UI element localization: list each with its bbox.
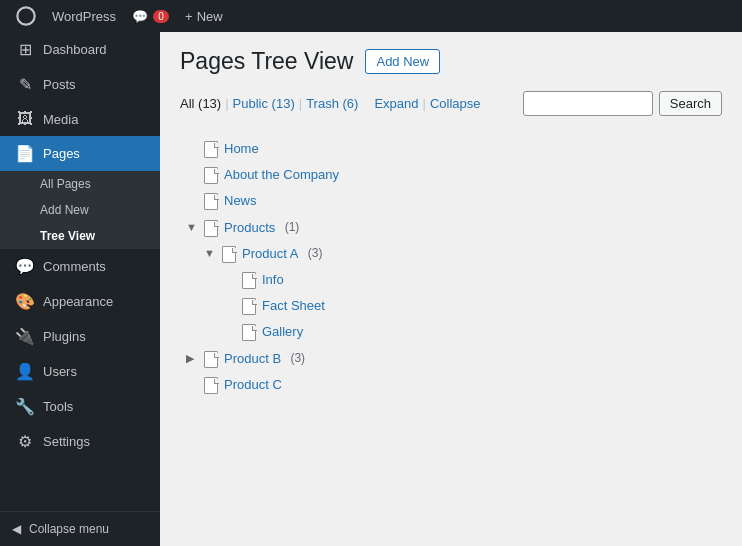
expand-link[interactable]: Expand <box>374 96 418 111</box>
tree-item-info: Info <box>180 267 722 293</box>
admin-bar: WordPress 💬 0 + New <box>0 0 742 32</box>
sidebar-item-label: Appearance <box>43 294 113 309</box>
tree-view: Home About the Company News ▼ Products (… <box>180 132 722 402</box>
page-link-home[interactable]: Home <box>224 140 259 158</box>
plugins-icon: 🔌 <box>15 327 35 346</box>
comment-icon: 💬 <box>132 9 148 24</box>
page-link-product-c[interactable]: Product C <box>224 376 282 394</box>
page-icon <box>204 220 218 236</box>
page-link-about[interactable]: About the Company <box>224 166 339 184</box>
sidebar-item-label: Tools <box>43 399 73 414</box>
expand-icon-products[interactable]: ▼ <box>186 220 198 235</box>
page-title: Pages Tree View <box>180 48 353 75</box>
sidebar-item-label: Users <box>43 364 77 379</box>
sidebar-item-label: Plugins <box>43 329 86 344</box>
collapse-link[interactable]: Collapse <box>430 96 481 111</box>
collapse-icon: ◀ <box>12 522 21 536</box>
filter-trash[interactable]: Trash (6) <box>306 96 358 111</box>
page-icon <box>222 246 236 262</box>
add-new-button[interactable]: Add New <box>365 49 440 74</box>
sidebar-sub-add-new[interactable]: Add New <box>0 197 160 223</box>
sidebar-item-settings[interactable]: ⚙ Settings <box>0 424 160 459</box>
page-icon <box>204 167 218 183</box>
site-name[interactable]: WordPress <box>44 0 124 32</box>
filter-all[interactable]: All (13) <box>180 96 221 111</box>
sidebar-item-label: Settings <box>43 434 90 449</box>
tree-item-gallery: Gallery <box>180 319 722 345</box>
page-link-product-a[interactable]: Product A <box>242 245 298 263</box>
page-icon <box>204 193 218 209</box>
settings-icon: ⚙ <box>15 432 35 451</box>
page-icon <box>242 298 256 314</box>
sidebar: ⊞ Dashboard ✎ Posts 🖼 Media 📄 Pages All … <box>0 32 160 546</box>
sidebar-sub-tree-view[interactable]: Tree View <box>0 223 160 249</box>
sidebar-item-label: Comments <box>43 259 106 274</box>
search-area: Search <box>523 91 722 116</box>
expand-icon-product-b[interactable]: ▶ <box>186 351 198 366</box>
sidebar-item-media[interactable]: 🖼 Media <box>0 102 160 136</box>
tree-item-about: About the Company <box>180 162 722 188</box>
page-link-products[interactable]: Products <box>224 219 275 237</box>
page-icon <box>204 141 218 157</box>
comments-count: 0 <box>153 10 169 23</box>
plus-icon: + <box>185 9 193 24</box>
tree-item-products: ▼ Products (1) <box>180 215 722 241</box>
tree-item-news: News <box>180 188 722 214</box>
collapse-menu[interactable]: ◀ Collapse menu <box>0 511 160 546</box>
page-link-fact-sheet[interactable]: Fact Sheet <box>262 297 325 315</box>
search-button[interactable]: Search <box>659 91 722 116</box>
main-content: Pages Tree View Add New All (13) | Publi… <box>160 32 742 546</box>
comments-link[interactable]: 💬 0 <box>124 0 177 32</box>
appearance-icon: 🎨 <box>15 292 35 311</box>
tree-item-product-c: Product C <box>180 372 722 398</box>
sidebar-sub-all-pages[interactable]: All Pages <box>0 171 160 197</box>
tools-icon: 🔧 <box>15 397 35 416</box>
new-link[interactable]: + New <box>177 9 231 24</box>
comments-icon: 💬 <box>15 257 35 276</box>
wp-logo[interactable] <box>8 6 44 26</box>
sidebar-item-tools[interactable]: 🔧 Tools <box>0 389 160 424</box>
page-link-news[interactable]: News <box>224 192 257 210</box>
page-icon <box>204 377 218 393</box>
sidebar-item-dashboard[interactable]: ⊞ Dashboard <box>0 32 160 67</box>
sidebar-item-comments[interactable]: 💬 Comments <box>0 249 160 284</box>
product-b-count: (3) <box>287 350 305 367</box>
sidebar-item-plugins[interactable]: 🔌 Plugins <box>0 319 160 354</box>
search-input[interactable] <box>523 91 653 116</box>
sidebar-item-label: Dashboard <box>43 42 107 57</box>
page-icon <box>242 272 256 288</box>
media-icon: 🖼 <box>15 110 35 128</box>
sidebar-item-label: Posts <box>43 77 76 92</box>
expand-icon-product-a[interactable]: ▼ <box>204 246 216 261</box>
dashboard-icon: ⊞ <box>15 40 35 59</box>
filter-bar: All (13) | Public (13) | Trash (6) Expan… <box>180 91 722 116</box>
sidebar-item-users[interactable]: 👤 Users <box>0 354 160 389</box>
sidebar-item-label: Pages <box>43 146 80 161</box>
users-icon: 👤 <box>15 362 35 381</box>
tree-item-product-b: ▶ Product B (3) <box>180 346 722 372</box>
posts-icon: ✎ <box>15 75 35 94</box>
tree-item-fact-sheet: Fact Sheet <box>180 293 722 319</box>
products-count: (1) <box>281 219 299 236</box>
pages-submenu: All Pages Add New Tree View <box>0 171 160 249</box>
page-link-gallery[interactable]: Gallery <box>262 323 303 341</box>
filter-public[interactable]: Public (13) <box>233 96 295 111</box>
page-icon <box>204 351 218 367</box>
sidebar-item-label: Media <box>43 112 78 127</box>
product-a-count: (3) <box>304 245 322 262</box>
page-header: Pages Tree View Add New <box>180 48 722 75</box>
sidebar-item-posts[interactable]: ✎ Posts <box>0 67 160 102</box>
tree-item-home: Home <box>180 136 722 162</box>
sidebar-item-pages[interactable]: 📄 Pages <box>0 136 160 171</box>
page-link-info[interactable]: Info <box>262 271 284 289</box>
page-icon <box>242 324 256 340</box>
pages-icon: 📄 <box>15 144 35 163</box>
page-link-product-b[interactable]: Product B <box>224 350 281 368</box>
tree-item-product-a: ▼ Product A (3) <box>180 241 722 267</box>
collapse-label: Collapse menu <box>29 522 109 536</box>
sidebar-item-appearance[interactable]: 🎨 Appearance <box>0 284 160 319</box>
